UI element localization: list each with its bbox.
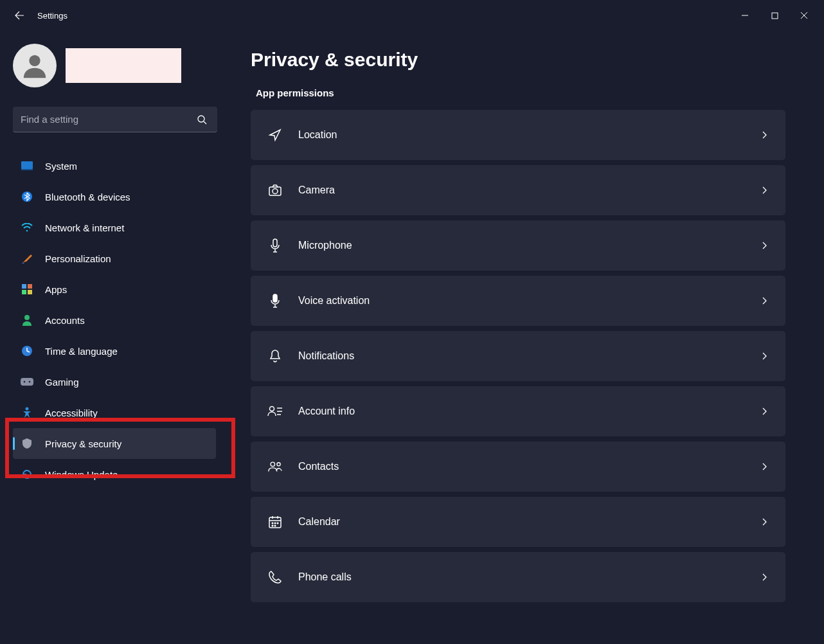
minimize-button[interactable]	[730, 5, 760, 26]
nav-label: Personalization	[45, 253, 111, 264]
section-title: App permissions	[251, 87, 785, 98]
permission-location[interactable]: Location	[251, 110, 785, 160]
nav-label: Privacy & security	[45, 438, 121, 449]
nav-label: Apps	[45, 284, 67, 295]
maximize-button[interactable]	[760, 5, 789, 26]
search-icon	[197, 114, 207, 125]
nav-item-system[interactable]: System	[13, 150, 216, 181]
bluetooth-icon	[21, 190, 33, 203]
nav-item-update[interactable]: Windows Update	[13, 459, 216, 490]
maximize-icon	[771, 12, 778, 19]
svg-point-26	[277, 523, 278, 524]
svg-point-17	[273, 189, 278, 194]
nav-label: Windows Update	[45, 469, 118, 480]
nav-list: System Bluetooth & devices Network & int…	[13, 150, 216, 490]
permission-phone-calls[interactable]: Phone calls	[251, 552, 785, 602]
svg-rect-7	[22, 284, 26, 289]
phone-icon	[267, 569, 283, 585]
close-button[interactable]	[789, 5, 819, 26]
app-title: Settings	[37, 11, 67, 21]
nav-item-apps[interactable]: Apps	[13, 274, 216, 305]
svg-rect-0	[772, 13, 778, 19]
permission-label: Account info	[298, 406, 355, 417]
permission-microphone[interactable]: Microphone	[251, 220, 785, 271]
chevron-right-icon	[760, 241, 769, 250]
account-info-icon	[267, 404, 283, 419]
permission-camera[interactable]: Camera	[251, 165, 785, 215]
nav-item-time[interactable]: Time & language	[13, 335, 216, 366]
minimize-icon	[741, 12, 749, 19]
nav-label: Time & language	[45, 346, 118, 357]
chevron-right-icon	[760, 352, 769, 361]
accessibility-icon	[21, 406, 33, 419]
contacts-icon	[267, 459, 283, 474]
nav-label: Accounts	[45, 315, 85, 326]
chevron-right-icon	[760, 130, 769, 139]
permission-label: Calendar	[298, 516, 340, 528]
nav-item-gaming[interactable]: Gaming	[13, 366, 216, 397]
svg-rect-19	[273, 294, 277, 302]
microphone-icon	[267, 238, 283, 253]
monitor-icon	[21, 159, 33, 172]
svg-point-1	[29, 55, 40, 66]
nav-label: System	[45, 161, 77, 172]
svg-point-11	[24, 315, 30, 320]
svg-point-2	[198, 116, 204, 122]
nav-item-privacy[interactable]: Privacy & security	[13, 428, 216, 459]
svg-rect-3	[21, 161, 33, 169]
person-icon	[21, 314, 33, 326]
clock-globe-icon	[21, 344, 33, 357]
title-bar: Settings	[0, 0, 824, 31]
search-input[interactable]	[13, 107, 217, 132]
chevron-right-icon	[760, 407, 769, 416]
shield-icon	[21, 437, 33, 450]
arrow-left-icon	[14, 10, 24, 21]
permission-calendar[interactable]: Calendar	[251, 497, 785, 547]
nav-item-accessibility[interactable]: Accessibility	[13, 397, 216, 428]
nav-label: Accessibility	[45, 407, 98, 418]
svg-point-25	[274, 523, 276, 524]
user-profile[interactable]	[13, 44, 216, 87]
svg-rect-18	[273, 239, 277, 247]
permission-notifications[interactable]: Notifications	[251, 331, 785, 381]
location-icon	[267, 127, 283, 143]
permission-account-info[interactable]: Account info	[251, 386, 785, 436]
apps-icon	[21, 283, 33, 296]
permission-label: Microphone	[298, 240, 352, 251]
svg-rect-10	[28, 290, 32, 294]
chevron-right-icon	[760, 573, 769, 582]
permission-label: Phone calls	[298, 571, 352, 583]
avatar	[13, 44, 57, 87]
search-field[interactable]	[13, 107, 216, 132]
close-icon	[800, 12, 808, 19]
nav-label: Bluetooth & devices	[45, 192, 130, 202]
permission-label: Contacts	[298, 461, 339, 472]
svg-point-24	[272, 523, 273, 524]
chevron-right-icon	[760, 517, 769, 526]
nav-label: Network & internet	[45, 222, 124, 233]
svg-point-20	[270, 407, 274, 411]
person-icon	[20, 51, 49, 80]
svg-point-28	[274, 525, 276, 526]
chevron-right-icon	[760, 296, 769, 305]
svg-point-14	[29, 381, 31, 383]
svg-point-13	[24, 381, 26, 383]
wifi-icon	[21, 221, 33, 234]
svg-rect-8	[28, 284, 32, 289]
nav-item-personalization[interactable]: Personalization	[13, 243, 216, 274]
svg-point-27	[272, 525, 273, 526]
sidebar: System Bluetooth & devices Network & int…	[0, 31, 225, 644]
permission-list: Location Camera Microphone	[251, 110, 785, 602]
chevron-right-icon	[760, 462, 769, 471]
chevron-right-icon	[760, 186, 769, 195]
svg-rect-4	[21, 169, 33, 170]
page-title: Privacy & security	[251, 49, 785, 71]
nav-item-network[interactable]: Network & internet	[13, 212, 216, 243]
back-button[interactable]	[13, 9, 26, 22]
permission-contacts[interactable]: Contacts	[251, 442, 785, 492]
main-content: Privacy & security App permissions Locat…	[225, 31, 824, 644]
permission-voice-activation[interactable]: Voice activation	[251, 276, 785, 326]
nav-item-bluetooth[interactable]: Bluetooth & devices	[13, 181, 216, 212]
calendar-icon	[267, 514, 283, 530]
nav-item-accounts[interactable]: Accounts	[13, 305, 216, 335]
